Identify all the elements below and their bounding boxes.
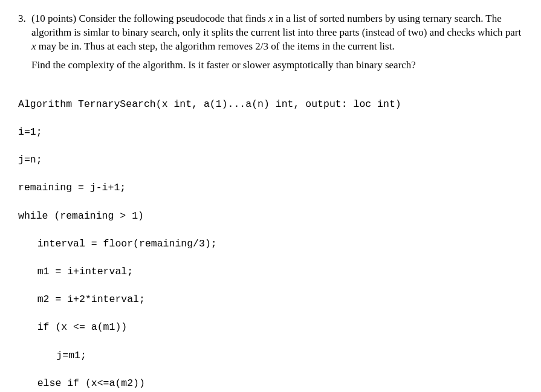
variable-x-1: x: [268, 13, 273, 24]
code-line: if (x <= a(m1)): [18, 320, 523, 334]
code-line: j=m1;: [18, 349, 523, 362]
points-label: (10 points): [31, 13, 76, 24]
intro-text-3: may be in. Thus at each step, the algori…: [39, 40, 395, 52]
code-block: Algorithm TernarySearch(x int, a(1)...a(…: [18, 83, 523, 392]
question-text: Find the complexity of the algorithm. Is…: [31, 59, 523, 72]
problem-body: (10 points) Consider the following pseud…: [31, 12, 523, 392]
code-line: i=1;: [18, 125, 523, 139]
intro-text-1: Consider the following pseudocode that f…: [79, 13, 265, 24]
code-line: m2 = i+2*interval;: [18, 292, 523, 306]
code-line: else if (x<=a(m2)): [18, 376, 523, 390]
variable-x-2: x: [31, 40, 36, 52]
code-line: while (remaining > 1): [18, 209, 523, 223]
problem-number: 3.: [18, 12, 31, 26]
code-line: remaining = j-i+1;: [18, 181, 523, 194]
code-line: j=n;: [18, 153, 523, 167]
code-line: interval = floor(remaining/3);: [18, 237, 523, 251]
problem-intro-para: (10 points) Consider the following pseud…: [31, 12, 523, 54]
code-line: m1 = i+interval;: [18, 265, 523, 278]
code-line: Algorithm TernarySearch(x int, a(1)...a(…: [18, 97, 523, 111]
problem-container: 3. (10 points) Consider the following ps…: [18, 12, 523, 392]
